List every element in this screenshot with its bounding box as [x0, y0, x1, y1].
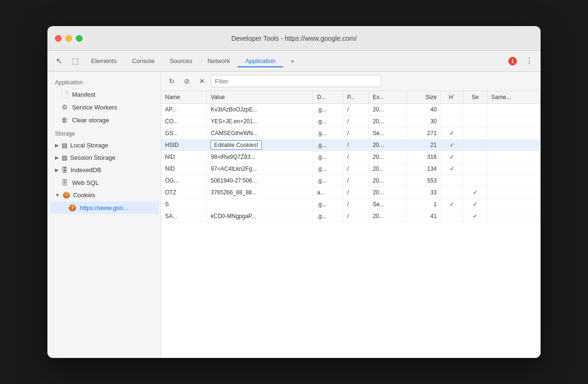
table-row[interactable]: HSIDEditable Cookies!.g.../20...21✓ [161, 139, 541, 151]
table-cell[interactable] [463, 104, 487, 116]
table-cell[interactable]: / [343, 175, 369, 187]
sidebar-item-web-sql[interactable]: 🗄 Web SQL [49, 176, 159, 189]
sidebar-item-cookies[interactable]: ▼ 🍪 Cookies [49, 189, 159, 201]
table-cell[interactable]: / [343, 199, 369, 210]
tab-network[interactable]: Network [200, 55, 238, 67]
table-cell[interactable]: AP... [161, 104, 207, 116]
table-cell[interactable] [487, 116, 540, 128]
table-cell[interactable] [463, 163, 487, 175]
table-cell[interactable]: / [343, 104, 369, 116]
refresh-button[interactable]: ↻ [165, 74, 178, 88]
col-header-http[interactable]: H` [441, 91, 463, 104]
table-cell[interactable]: 316 [406, 151, 441, 163]
tab-sources[interactable]: Sources [162, 55, 200, 67]
table-row[interactable]: NID97=AC4tLkn2Fg....g.../20...134✓ [161, 163, 541, 175]
sidebar-item-session-storage[interactable]: ▶ ▤ Session Storage [49, 152, 159, 164]
table-cell[interactable] [441, 104, 463, 116]
editable-cookie-value[interactable]: Editable Cookies! [211, 140, 261, 150]
table-cell[interactable]: / [343, 128, 369, 139]
table-cell[interactable]: 30 [406, 116, 441, 128]
col-header-value[interactable]: Value [207, 91, 313, 104]
table-cell[interactable]: / [343, 151, 369, 163]
table-cell[interactable]: 97=AC4tLkn2Fg... [207, 163, 313, 175]
table-cell[interactable] [441, 210, 463, 222]
table-cell[interactable] [441, 175, 463, 187]
table-cell[interactable]: Se... [368, 128, 406, 139]
block-button[interactable]: ⊘ [180, 74, 193, 88]
table-cell[interactable]: ✓ [441, 139, 463, 151]
table-row[interactable]: CO...YES+JE.en+201....g.../20...30 [161, 116, 541, 128]
table-cell[interactable]: ✓ [441, 199, 463, 210]
filter-input[interactable] [211, 75, 381, 87]
table-cell[interactable]: .g... [313, 139, 343, 151]
table-cell[interactable]: kCD0-MNgpgaP... [207, 210, 313, 222]
tab-elements[interactable]: Elements [83, 55, 124, 67]
table-cell[interactable]: 40 [406, 104, 441, 116]
sidebar-item-service-workers[interactable]: ⚙ Service Workers [49, 101, 159, 113]
table-row[interactable]: NID98=iRw9Q7Z83....g.../20...316✓ [161, 151, 541, 163]
error-badge[interactable]: 1 [505, 55, 520, 67]
table-cell[interactable]: .g... [313, 175, 343, 187]
table-cell[interactable]: ✓ [463, 210, 487, 222]
table-cell[interactable]: .g... [313, 151, 343, 163]
table-cell[interactable] [463, 151, 487, 163]
table-cell[interactable] [487, 163, 540, 175]
table-cell[interactable]: 553 [406, 175, 441, 187]
table-cell[interactable]: ✓ [463, 199, 487, 210]
table-cell[interactable] [487, 151, 540, 163]
table-cell[interactable]: 20... [368, 104, 406, 116]
table-cell[interactable]: / [343, 116, 369, 128]
table-row[interactable]: OTZ3765266_88_88...a.../20...33✓ [161, 187, 541, 199]
table-cell[interactable]: .g... [313, 116, 343, 128]
close-button[interactable] [55, 35, 62, 42]
table-cell[interactable] [463, 175, 487, 187]
table-cell[interactable]: S [161, 199, 207, 210]
minimize-button[interactable] [65, 35, 72, 42]
table-cell[interactable] [487, 187, 540, 199]
table-cell[interactable]: GS... [161, 128, 207, 139]
table-row[interactable]: AP...Kv3tAzBoOJzpE....g.../20...40 [161, 104, 541, 116]
table-cell[interactable]: 41 [406, 210, 441, 222]
sidebar-item-indexed-db[interactable]: ▶ 🗄 IndexedDB [49, 164, 159, 176]
table-cell[interactable]: / [343, 163, 369, 175]
table-cell[interactable] [487, 104, 540, 116]
table-cell[interactable]: / [343, 187, 369, 199]
col-header-secure[interactable]: Se [463, 91, 487, 104]
table-cell[interactable]: YES+JE.en+201... [207, 116, 313, 128]
table-cell[interactable]: CO... [161, 116, 207, 128]
table-cell[interactable]: OG... [161, 175, 207, 187]
table-row[interactable]: GS...CAMSEGtheWN....g.../Se...271✓ [161, 128, 541, 139]
table-cell[interactable]: ✓ [441, 128, 463, 139]
table-cell[interactable] [441, 187, 463, 199]
table-cell[interactable] [207, 199, 313, 210]
table-cell[interactable]: Kv3tAzBoOJzpE... [207, 104, 313, 116]
table-cell[interactable]: Editable Cookies! [207, 139, 313, 151]
table-cell[interactable]: 5061940-27:506... [207, 175, 313, 187]
table-cell[interactable]: 20... [368, 139, 406, 151]
device-toggle-button[interactable]: ⬚ [67, 54, 83, 69]
table-cell[interactable] [463, 128, 487, 139]
table-cell[interactable] [487, 210, 540, 222]
table-cell[interactable]: 1 [406, 199, 441, 210]
clear-button[interactable]: ✕ [195, 74, 209, 88]
sidebar-item-cookies-url[interactable]: 🍪 https://www.goo... [49, 201, 159, 214]
table-cell[interactable]: 21 [406, 139, 441, 151]
maximize-button[interactable] [76, 35, 83, 42]
col-header-samesite[interactable]: Same... [487, 91, 540, 104]
table-cell[interactable]: ✓ [441, 151, 463, 163]
tab-console[interactable]: Console [124, 55, 162, 67]
col-header-expires[interactable]: Ex... [368, 91, 406, 104]
table-cell[interactable]: HSID [161, 139, 207, 151]
col-header-domain[interactable]: D... [313, 91, 343, 104]
table-cell[interactable]: ✓ [463, 187, 487, 199]
col-header-name[interactable]: Name [161, 91, 207, 104]
table-cell[interactable]: / [343, 139, 369, 151]
table-cell[interactable] [487, 139, 540, 151]
table-cell[interactable] [441, 116, 463, 128]
table-cell[interactable]: 98=iRw9Q7Z83... [207, 151, 313, 163]
col-header-size[interactable]: Size [406, 91, 441, 104]
table-row[interactable]: SA...kCD0-MNgpgaP....g.../20...41✓ [161, 210, 541, 222]
table-cell[interactable]: Se... [368, 199, 406, 210]
table-cell[interactable]: 271 [406, 128, 441, 139]
table-cell[interactable]: NID [161, 151, 207, 163]
